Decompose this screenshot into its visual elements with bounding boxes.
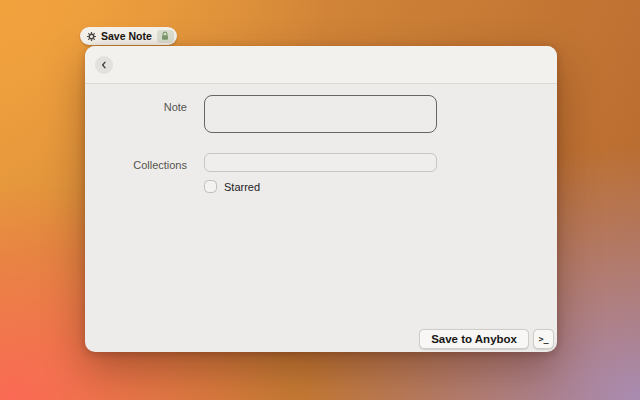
desktop-background: Save Note Note Collections Starred: [0, 0, 640, 400]
terminal-icon: >_: [538, 334, 548, 344]
starred-row[interactable]: Starred: [204, 180, 260, 193]
window-header: [85, 46, 557, 84]
gear-icon: [87, 32, 96, 41]
chevron-left-icon: [99, 60, 109, 70]
lock-icon: [160, 31, 170, 41]
save-note-window: Note Collections Starred Save to Anybox …: [85, 46, 557, 352]
status-pill-label: Save Note: [101, 30, 152, 42]
status-pill[interactable]: Save Note: [80, 27, 177, 45]
back-button[interactable]: [95, 56, 113, 74]
terminal-button[interactable]: >_: [533, 329, 554, 349]
note-textarea[interactable]: [204, 95, 437, 133]
note-label: Note: [85, 101, 187, 113]
save-to-anybox-button[interactable]: Save to Anybox: [419, 329, 529, 349]
collections-label: Collections: [85, 159, 187, 171]
lock-badge: [157, 30, 174, 43]
starred-checkbox[interactable]: [204, 180, 217, 193]
starred-label: Starred: [224, 181, 260, 193]
footer-actions: Save to Anybox >_: [419, 329, 554, 349]
collections-input[interactable]: [204, 153, 437, 172]
